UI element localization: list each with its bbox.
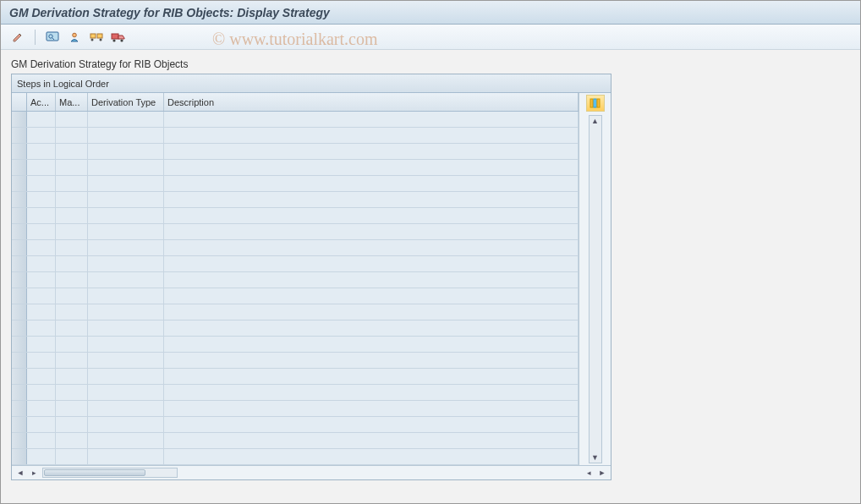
scroll-up-icon[interactable]: ▲ <box>591 116 599 126</box>
cell-active[interactable] <box>27 208 56 223</box>
row-selector[interactable] <box>12 353 27 368</box>
cell-description[interactable] <box>164 112 579 127</box>
cell-derivation[interactable] <box>88 192 164 207</box>
cell-maint[interactable] <box>56 304 88 320</box>
cell-maint[interactable] <box>56 449 88 464</box>
cell-maint[interactable] <box>56 144 88 159</box>
cell-derivation[interactable] <box>88 176 164 191</box>
cell-description[interactable] <box>164 288 579 304</box>
cell-derivation[interactable] <box>88 385 164 400</box>
cell-active[interactable] <box>27 272 56 288</box>
cell-active[interactable] <box>27 192 56 207</box>
cell-derivation[interactable] <box>88 224 164 239</box>
cell-maint[interactable] <box>56 369 88 384</box>
row-selector[interactable] <box>12 320 27 336</box>
user-button[interactable] <box>66 29 83 46</box>
cell-description[interactable] <box>164 353 579 368</box>
table-row[interactable] <box>12 176 579 192</box>
transport-button[interactable] <box>88 29 105 46</box>
truck-button[interactable] <box>110 29 127 46</box>
row-selector[interactable] <box>12 337 27 352</box>
cell-description[interactable] <box>164 144 579 159</box>
cell-description[interactable] <box>164 449 579 464</box>
row-selector[interactable] <box>12 433 27 448</box>
cell-derivation[interactable] <box>88 272 164 288</box>
table-row[interactable] <box>12 208 579 224</box>
cell-derivation[interactable] <box>88 401 164 416</box>
cell-active[interactable] <box>27 417 56 432</box>
vertical-scrollbar[interactable]: ▲ ▼ <box>589 115 602 463</box>
cell-description[interactable] <box>164 240 579 255</box>
table-row[interactable] <box>12 256 579 272</box>
table-row[interactable] <box>12 320 579 337</box>
row-selector[interactable] <box>12 208 27 223</box>
table-row[interactable] <box>12 337 579 353</box>
cell-active[interactable] <box>27 353 56 368</box>
table-row[interactable] <box>12 304 579 320</box>
cell-maint[interactable] <box>56 128 88 143</box>
cell-derivation[interactable] <box>88 256 164 271</box>
row-selector[interactable] <box>12 385 27 400</box>
analyze-button[interactable] <box>44 29 61 46</box>
scroll-down-icon[interactable]: ▼ <box>591 452 599 463</box>
cell-maint[interactable] <box>56 433 88 448</box>
cell-maint[interactable] <box>56 224 88 239</box>
cell-description[interactable] <box>164 272 579 288</box>
table-config-button[interactable] <box>586 95 605 112</box>
row-selector[interactable] <box>12 192 27 207</box>
cell-maint[interactable] <box>56 417 88 432</box>
row-selector[interactable] <box>12 417 27 432</box>
cell-description[interactable] <box>164 337 579 352</box>
cell-maint[interactable] <box>56 160 88 175</box>
cell-description[interactable] <box>164 224 579 239</box>
row-selector[interactable] <box>12 112 27 127</box>
row-selector[interactable] <box>12 449 27 464</box>
cell-maint[interactable] <box>56 320 88 336</box>
scroll-right-end-icon[interactable]: ► <box>597 468 607 477</box>
cell-maint[interactable] <box>56 192 88 207</box>
row-selector[interactable] <box>12 144 27 159</box>
cell-description[interactable] <box>164 128 579 143</box>
table-row[interactable] <box>12 288 579 304</box>
row-selector[interactable] <box>12 176 27 191</box>
cell-description[interactable] <box>164 256 579 271</box>
scroll-left-start-icon[interactable]: ◄ <box>15 468 25 477</box>
cell-active[interactable] <box>27 128 56 143</box>
cell-derivation[interactable] <box>88 353 164 368</box>
cell-derivation[interactable] <box>88 144 164 159</box>
cell-description[interactable] <box>164 433 579 448</box>
scroll-left-icon[interactable]: ▸ <box>29 468 39 477</box>
cell-derivation[interactable] <box>88 320 164 336</box>
cell-maint[interactable] <box>56 208 88 223</box>
cell-active[interactable] <box>27 176 56 191</box>
cell-derivation[interactable] <box>88 288 164 304</box>
row-selector[interactable] <box>12 288 27 304</box>
cell-description[interactable] <box>164 369 579 384</box>
table-row[interactable] <box>12 401 579 417</box>
cell-maint[interactable] <box>56 385 88 400</box>
table-row[interactable] <box>12 369 579 385</box>
cell-derivation[interactable] <box>88 337 164 352</box>
row-selector[interactable] <box>12 401 27 416</box>
cell-maint[interactable] <box>56 353 88 368</box>
cell-derivation[interactable] <box>88 240 164 255</box>
cell-description[interactable] <box>164 401 579 416</box>
table-row[interactable] <box>12 449 579 465</box>
cell-active[interactable] <box>27 112 56 127</box>
cell-active[interactable] <box>27 385 56 400</box>
cell-derivation[interactable] <box>88 417 164 432</box>
cell-active[interactable] <box>27 160 56 175</box>
cell-maint[interactable] <box>56 272 88 288</box>
cell-active[interactable] <box>27 369 56 384</box>
cell-active[interactable] <box>27 240 56 255</box>
cell-derivation[interactable] <box>88 208 164 223</box>
table-row[interactable] <box>12 272 579 288</box>
cell-description[interactable] <box>164 320 579 336</box>
col-header-active[interactable]: Ac... <box>27 93 56 111</box>
cell-derivation[interactable] <box>88 128 164 143</box>
cell-active[interactable] <box>27 401 56 416</box>
cell-active[interactable] <box>27 288 56 304</box>
scroll-right-icon[interactable]: ◂ <box>584 468 594 477</box>
row-selector[interactable] <box>12 272 27 288</box>
cell-derivation[interactable] <box>88 369 164 384</box>
